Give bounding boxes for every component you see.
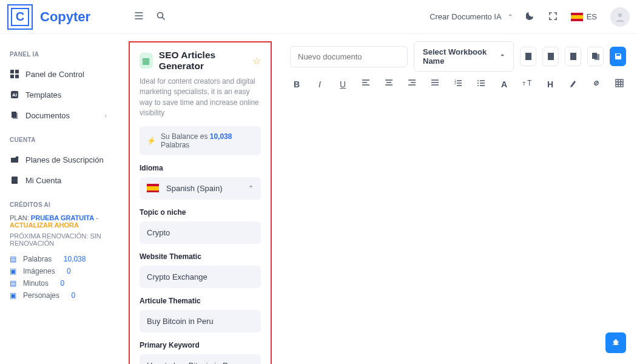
- language-select[interactable]: Spanish (Spain) ⌃: [140, 177, 261, 200]
- section-credits: CRÉDITOS AI: [10, 201, 107, 208]
- bold-button[interactable]: B: [291, 79, 302, 89]
- sidebar-item-templates[interactable]: AI Templates: [6, 84, 110, 105]
- sidebar-item-plans[interactable]: Planes de Suscripción: [6, 149, 110, 170]
- minutes-icon: ▤: [10, 279, 18, 288]
- chevron-up-icon: ⌃: [248, 184, 254, 192]
- renewal-info: PRÓXIMA RENOVACIÓN: SIN RENOVACIÓN: [10, 232, 107, 247]
- ordered-list-button[interactable]: 12: [453, 79, 463, 89]
- svg-point-1: [618, 13, 622, 16]
- words-icon: ▤: [10, 255, 18, 263]
- credit-label: Imágenes: [23, 267, 55, 275]
- characters-icon: ▣: [10, 291, 18, 300]
- plan-upgrade-link[interactable]: ACTUALIZAR AHORA: [10, 221, 79, 229]
- svg-rect-13: [525, 53, 531, 60]
- svg-point-11: [16, 157, 19, 160]
- svg-rect-9: [13, 113, 18, 119]
- menu-icon[interactable]: [134, 11, 144, 23]
- article-thematic-input[interactable]: [140, 310, 261, 332]
- credit-label: Personajes: [23, 291, 59, 300]
- language-value: Spanish (Spain): [166, 184, 223, 193]
- chevron-up-icon: ⌃: [500, 53, 505, 60]
- font-family-button[interactable]: A: [499, 79, 510, 89]
- form-card: ▦ SEO Articles Generator ☆ Ideal for con…: [129, 41, 272, 364]
- export-txt-button[interactable]: [565, 47, 581, 66]
- sidebar-item-documents[interactable]: Documentos ›: [6, 105, 110, 126]
- link-button[interactable]: [591, 79, 602, 89]
- label-topic: Topic o niche: [140, 208, 261, 217]
- svg-rect-15: [570, 53, 576, 60]
- dark-mode-icon[interactable]: [526, 12, 535, 22]
- font-size-button[interactable]: TT: [522, 79, 533, 89]
- svg-rect-12: [12, 177, 18, 184]
- workbook-label: Select Workbook Name: [423, 47, 494, 66]
- credit-minutes: ▤ Minutos 0: [10, 277, 107, 289]
- sidebar-item-label: Templates: [25, 90, 61, 99]
- chevron-right-icon: ›: [104, 112, 107, 119]
- logo[interactable]: C: [7, 4, 33, 30]
- sidebar-item-label: Planes de Suscripción: [25, 155, 104, 164]
- language-switcher[interactable]: ES: [571, 12, 597, 21]
- align-center-button[interactable]: [383, 79, 394, 89]
- balance-prefix: Su Balance es: [161, 132, 210, 141]
- credit-label: Palabras: [23, 255, 52, 263]
- topic-input[interactable]: [140, 221, 261, 244]
- dashboard-icon: [10, 69, 19, 79]
- italic-button[interactable]: I: [314, 79, 325, 89]
- credit-value: 0: [67, 267, 71, 275]
- fullscreen-icon[interactable]: [548, 12, 558, 22]
- table-button[interactable]: [614, 79, 625, 89]
- align-justify-button[interactable]: [430, 79, 440, 89]
- export-pdf-button[interactable]: [542, 47, 559, 66]
- credit-characters: ▣ Personajes 0: [10, 289, 107, 302]
- website-thematic-input[interactable]: [140, 266, 261, 288]
- plan-sep: -: [94, 214, 98, 221]
- copy-button[interactable]: [587, 47, 604, 66]
- templates-icon: AI: [10, 90, 19, 99]
- unordered-list-button[interactable]: [476, 79, 487, 89]
- svg-point-23: [477, 85, 479, 86]
- align-right-button[interactable]: [406, 79, 417, 89]
- svg-text:AI: AI: [12, 92, 17, 98]
- svg-rect-5: [15, 75, 19, 78]
- credit-value: 10,038: [64, 255, 86, 263]
- editor-toolbar: B I U 12 A TT H: [290, 72, 626, 96]
- bolt-icon: ⚡: [147, 136, 156, 145]
- underline-button[interactable]: U: [337, 79, 348, 89]
- highlight-button[interactable]: [568, 79, 579, 89]
- images-icon: ▣: [10, 267, 18, 275]
- credit-images: ▣ Imágenes 0: [10, 265, 107, 277]
- heading-button[interactable]: H: [545, 79, 556, 89]
- credit-value: 0: [71, 291, 75, 300]
- credit-words: ▤ Palabras 10,038: [10, 253, 107, 265]
- form-title: SEO Articles Generator: [159, 50, 246, 72]
- brand-name: Copyter: [40, 9, 90, 25]
- search-icon[interactable]: [156, 11, 166, 23]
- svg-text:2: 2: [454, 81, 456, 85]
- align-left-button[interactable]: [360, 79, 371, 89]
- document-name-input[interactable]: [290, 46, 408, 67]
- plans-icon: [10, 155, 19, 164]
- svg-point-22: [477, 83, 479, 84]
- favorite-star-icon[interactable]: ☆: [252, 55, 261, 67]
- plan-free: PRUEBA GRATUITA: [31, 214, 94, 221]
- section-account: CUENTA: [10, 136, 107, 143]
- primary-keyword-input[interactable]: [140, 354, 261, 364]
- avatar[interactable]: [610, 7, 630, 27]
- save-button[interactable]: [610, 47, 626, 66]
- svg-rect-4: [10, 75, 14, 78]
- plan-line: PLAN: PRUEBA GRATUITA - ACTUALIZAR AHORA: [10, 214, 107, 229]
- create-document-label: Crear Documento IA: [430, 12, 502, 21]
- create-document-button[interactable]: Crear Documento IA ⌃: [430, 12, 513, 21]
- credit-value: 0: [60, 279, 64, 288]
- workbook-select[interactable]: Select Workbook Name ⌃: [414, 41, 514, 72]
- sidebar-item-account[interactable]: Mi Cuenta: [6, 170, 110, 190]
- sidebar-item-label: Mi Cuenta: [25, 176, 61, 185]
- sidebar-item-dashboard[interactable]: Panel de Control: [6, 64, 110, 84]
- label-website-thematic: Website Thematic: [140, 252, 261, 261]
- form-description: Ideal for content creators and digital m…: [140, 76, 261, 119]
- logo-letter: C: [11, 8, 29, 26]
- scroll-to-top-button[interactable]: [605, 332, 626, 353]
- export-word-button[interactable]: [520, 47, 536, 66]
- documents-icon: [10, 110, 19, 120]
- svg-point-21: [477, 80, 479, 81]
